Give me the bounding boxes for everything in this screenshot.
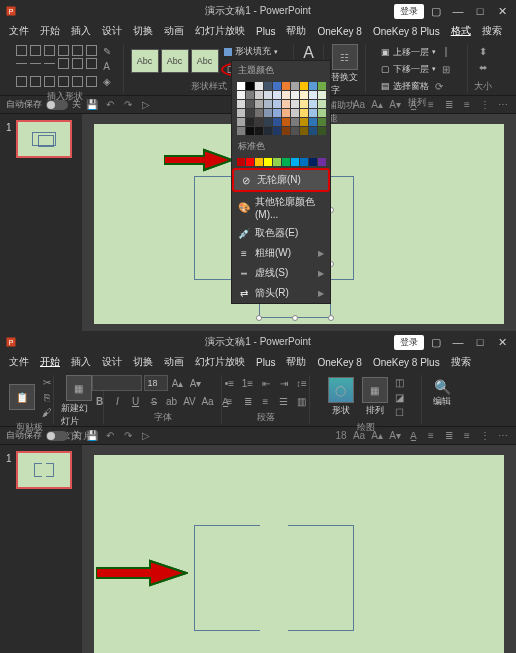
align-left-icon[interactable]: ≡ [222, 393, 238, 409]
redo-icon[interactable]: ↷ [121, 98, 135, 112]
menu-design[interactable]: 设计 [97, 353, 127, 371]
qat-align-right-icon[interactable]: ≡ [460, 429, 474, 443]
qat-more-icon[interactable]: ⋯ [496, 429, 510, 443]
editing-button[interactable]: 🔍 编辑 [430, 380, 454, 408]
shape-bracket-left[interactable] [194, 525, 260, 631]
menu-slideshow[interactable]: 幻灯片放映 [190, 353, 250, 371]
maximize-icon[interactable]: □ [470, 333, 490, 351]
increase-font-icon[interactable]: A▴ [170, 375, 186, 391]
qat-more-icon[interactable]: ⋯ [496, 98, 510, 112]
change-case-icon[interactable]: Aa [200, 393, 216, 409]
weight-item[interactable]: ≡ 粗细(W) ▶ [232, 243, 330, 263]
start-from-beginning-icon[interactable]: ▷ [139, 98, 153, 112]
menu-file[interactable]: 文件 [4, 353, 34, 371]
strike-icon[interactable]: S̶ [146, 393, 162, 409]
menu-insert[interactable]: 插入 [66, 22, 96, 40]
justify-icon[interactable]: ☰ [276, 393, 292, 409]
menu-insert[interactable]: 插入 [66, 353, 96, 371]
qat-decrease-font-icon[interactable]: A▾ [388, 429, 402, 443]
maximize-icon[interactable]: □ [470, 2, 490, 20]
menu-help[interactable]: 帮助 [281, 353, 311, 371]
bold-icon[interactable]: B [92, 393, 108, 409]
eyedropper-item[interactable]: 💉 取色器(E) [232, 223, 330, 243]
standard-color-grid[interactable] [232, 156, 330, 168]
menu-onekey8plus[interactable]: OneKey 8 Plus [368, 24, 445, 39]
font-size-select[interactable]: 18 [144, 375, 168, 391]
minimize-icon[interactable]: — [448, 2, 468, 20]
ribbon-display-icon[interactable]: ▢ [426, 333, 446, 351]
slide-thumbnail-1[interactable]: 1 [16, 120, 72, 158]
shape-bracket-right[interactable] [288, 525, 354, 631]
no-outline-item[interactable]: ⊘ 无轮廓(N) [232, 168, 330, 192]
align-icon[interactable]: ⎹⎸ [439, 45, 453, 59]
format-painter-icon[interactable]: 🖌 [40, 405, 54, 419]
char-spacing-icon[interactable]: AV [182, 393, 198, 409]
align-right-icon[interactable]: ≡ [258, 393, 274, 409]
menu-file[interactable]: 文件 [4, 22, 34, 40]
qat-align-left-icon[interactable]: ≡ [424, 429, 438, 443]
textbox-icon[interactable]: A [100, 59, 114, 73]
menu-home[interactable]: 开始 [35, 353, 65, 371]
group-icon[interactable]: ⊞ [439, 62, 453, 76]
slide-canvas[interactable] [94, 455, 504, 653]
line-spacing-icon[interactable]: ↕≡ [294, 375, 310, 391]
start-from-beginning-icon[interactable]: ▷ [139, 429, 153, 443]
menu-design[interactable]: 设计 [97, 22, 127, 40]
autosave-toggle[interactable] [46, 100, 68, 110]
underline-icon[interactable]: U [128, 393, 144, 409]
menu-transitions[interactable]: 切换 [128, 22, 158, 40]
login-button[interactable]: 登录 [394, 4, 424, 19]
qat-font-color-icon[interactable]: A̲ [406, 429, 420, 443]
shape-outline-icon[interactable]: ☐ [393, 405, 407, 419]
qat-bullets-icon[interactable]: ⋮ [478, 98, 492, 112]
qat-align-center-icon[interactable]: ≣ [442, 98, 456, 112]
qat-font-size-icon[interactable]: 18 [334, 429, 348, 443]
qat-align-right-icon[interactable]: ≡ [460, 98, 474, 112]
thumbnail-pane[interactable]: 1 [0, 445, 82, 653]
qat-align-center-icon[interactable]: ≣ [442, 429, 456, 443]
qat-align-left-icon[interactable]: ≡ [424, 98, 438, 112]
font-family-select[interactable] [92, 375, 142, 391]
send-backward-button[interactable]: ▢下移一层▾⊞ [378, 61, 456, 77]
menu-animations[interactable]: 动画 [159, 353, 189, 371]
shapes-button[interactable]: ◯ 形状 [325, 377, 357, 417]
close-icon[interactable]: ✕ [492, 2, 512, 20]
resize-handle[interactable] [328, 315, 334, 321]
selection-pane-button[interactable]: ▤选择窗格⟳ [378, 78, 449, 94]
arrows-item[interactable]: ⇄ 箭头(R) ▶ [232, 283, 330, 303]
align-center-icon[interactable]: ≣ [240, 393, 256, 409]
shape-style-2[interactable]: Abc [161, 49, 189, 73]
slide-editor[interactable] [82, 445, 516, 653]
arrange-button[interactable]: ▦ 排列 [359, 377, 391, 417]
close-icon[interactable]: ✕ [492, 333, 512, 351]
save-icon[interactable]: 💾 [85, 98, 99, 112]
edit-shape-icon[interactable]: ✎ [100, 44, 114, 58]
italic-icon[interactable]: I [110, 393, 126, 409]
qat-increase-font-icon[interactable]: A▴ [370, 98, 384, 112]
autosave-toggle[interactable] [46, 431, 68, 441]
menu-transitions[interactable]: 切换 [128, 353, 158, 371]
size-height-icon[interactable]: ⬍ [476, 44, 490, 58]
columns-icon[interactable]: ▥ [294, 393, 310, 409]
alt-text-button[interactable]: ☷ 替换文字 [328, 44, 361, 97]
resize-handle[interactable] [256, 315, 262, 321]
theme-color-grid[interactable] [232, 80, 330, 137]
menu-format[interactable]: 格式 [446, 22, 476, 40]
redo-icon[interactable]: ↷ [121, 429, 135, 443]
minimize-icon[interactable]: — [448, 333, 468, 351]
shape-style-3[interactable]: Abc [191, 49, 219, 73]
shape-style-1[interactable]: Abc [131, 49, 159, 73]
menu-home[interactable]: 开始 [35, 22, 65, 40]
menu-onekey8plus[interactable]: OneKey 8 Plus [368, 355, 445, 370]
more-colors-item[interactable]: 🎨 其他轮廓颜色(M)... [232, 192, 330, 223]
menu-help[interactable]: 帮助 [281, 22, 311, 40]
menu-search[interactable]: 搜索 [446, 353, 476, 371]
shadow-icon[interactable]: ab [164, 393, 180, 409]
menu-onekey8[interactable]: OneKey 8 [312, 355, 366, 370]
rotate-icon[interactable]: ⟳ [432, 79, 446, 93]
shape-fill-icon[interactable]: ◪ [393, 390, 407, 404]
bring-forward-button[interactable]: ▣上移一层▾⎹⎸ [378, 44, 456, 60]
bullets-icon[interactable]: •≡ [222, 375, 238, 391]
merge-shapes-icon[interactable]: ◈ [100, 74, 114, 88]
quick-styles-icon[interactable]: ◫ [393, 375, 407, 389]
